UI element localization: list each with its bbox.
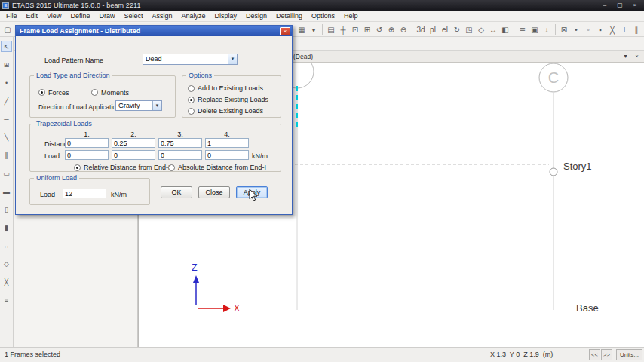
add-existing-radio[interactable] [188, 85, 195, 92]
column-header-2: 2. [112, 130, 155, 138]
trap-load-input-1[interactable] [65, 150, 109, 160]
uniform-load-input[interactable] [63, 189, 106, 198]
draw-dimension-icon[interactable]: ◇ [1, 258, 12, 269]
draw-wall-icon[interactable]: ▯ [1, 204, 12, 215]
draw-floor-icon[interactable]: ▭ [1, 167, 12, 179]
snap-parallel-icon[interactable]: ∥ [630, 23, 642, 35]
load-pattern-dropdown[interactable]: Dead ▼ [143, 54, 238, 65]
delete-existing-radio[interactable] [188, 108, 195, 115]
previous-zoom-icon[interactable]: ↺ [373, 23, 385, 35]
snap-ends-icon[interactable]: ▪ [594, 23, 606, 35]
nav-forward-button[interactable]: >> [601, 349, 612, 360]
quick-draw-wall-icon[interactable]: ▮ [1, 222, 12, 233]
reshape-object-icon[interactable]: ⊞ [1, 59, 12, 70]
view-tab-title: (Dead) [293, 53, 313, 60]
minimize-button[interactable]: – [597, 0, 612, 11]
distance-input-4[interactable] [205, 138, 249, 148]
replace-existing-radio[interactable] [188, 97, 195, 103]
dialog-close-icon[interactable]: × [280, 27, 290, 35]
distance-input-1[interactable] [65, 138, 109, 148]
view-limits-icon[interactable]: ◧ [499, 23, 511, 35]
menu-assign[interactable]: Assign [147, 11, 176, 22]
quick-draw-beam-icon[interactable]: ─ [1, 113, 12, 124]
print-graphics-icon[interactable]: ▤ [325, 23, 337, 35]
view-menu-icon[interactable]: ▾ [621, 52, 630, 62]
menu-file[interactable]: File [2, 11, 22, 22]
new-model-icon[interactable]: ▢ [2, 23, 14, 35]
menu-view[interactable]: View [42, 11, 66, 22]
distance-input-3[interactable] [158, 138, 202, 148]
zoom-in-icon[interactable]: ⊕ [385, 23, 397, 35]
absolute-distance-radio[interactable] [168, 164, 175, 171]
snap-grid-icon[interactable]: ⊠ [558, 23, 570, 35]
moments-radio[interactable] [91, 89, 98, 96]
close-dialog-button[interactable]: Close [198, 186, 230, 198]
draw-joint-icon[interactable]: • [1, 77, 12, 88]
snap-joints-icon[interactable]: • [570, 23, 582, 35]
quick-draw-brace-icon[interactable]: ╲ [1, 131, 12, 143]
3d-view-icon[interactable]: 3d [415, 23, 427, 35]
pan-icon[interactable]: ┼ [337, 23, 349, 35]
menu-design[interactable]: Design [241, 11, 271, 22]
relative-distance-radio[interactable] [74, 164, 81, 171]
draw-frame-icon[interactable]: ╱ [1, 95, 12, 106]
forces-radio[interactable] [38, 89, 45, 96]
rotate-3d-view-icon[interactable]: ↻ [451, 23, 463, 35]
quick-draw-floor-icon[interactable]: ▬ [1, 186, 12, 197]
menu-draw[interactable]: Draw [94, 11, 119, 22]
menu-display[interactable]: Display [210, 11, 241, 22]
maximize-button[interactable]: ▢ [612, 0, 627, 11]
menu-define[interactable]: Define [66, 11, 94, 22]
snap-options-icon[interactable]: ≡ [1, 294, 12, 305]
base-label: Base [576, 302, 599, 314]
menu-help[interactable]: Help [339, 11, 363, 22]
menu-edit[interactable]: Edit [22, 11, 43, 22]
move-view-icon[interactable]: ↔ [487, 23, 499, 35]
close-button[interactable]: × [627, 0, 642, 11]
ok-button[interactable]: OK [161, 186, 192, 198]
perspective-toggle-icon[interactable]: ◇ [475, 23, 487, 35]
trap-load-input-2[interactable] [112, 150, 155, 160]
view-close-icon[interactable]: × [632, 52, 642, 62]
uniform-load-label: Load [40, 191, 55, 198]
quick-draw-secondary-beams-icon[interactable]: ∥ [1, 149, 12, 161]
trap-load-input-3[interactable] [158, 150, 202, 160]
menu-analyze[interactable]: Analyze [176, 11, 210, 22]
distance-input-2[interactable] [112, 138, 155, 148]
display-options-dropdown-icon[interactable]: ▾ [308, 23, 320, 35]
elevation-view-icon[interactable]: el [439, 23, 451, 35]
plan-view-icon[interactable]: pl [427, 23, 439, 35]
apply-button[interactable]: Apply [236, 186, 268, 198]
restore-full-view-icon[interactable]: ⊞ [361, 23, 373, 35]
grid-bubble-c-label: C [548, 69, 559, 86]
load-type-group-label: Load Type and Direction [34, 72, 112, 79]
trap-load-input-4[interactable] [205, 150, 249, 160]
window-title: ETABS 2015 Ultimate 15.0.0 - beam 2211 [12, 2, 141, 9]
select-pointer-icon[interactable]: ↖ [1, 41, 12, 52]
zoom-out-icon[interactable]: ⊖ [397, 23, 409, 35]
draw-link-icon[interactable]: ↔ [1, 240, 12, 251]
rubber-band-zoom-icon[interactable]: ⊡ [349, 23, 361, 35]
show-selection-icon[interactable]: ≣ [517, 23, 529, 35]
nav-back-button[interactable]: << [589, 349, 600, 360]
toolbar-separator [412, 24, 412, 35]
direction-value: Gravity [118, 102, 140, 110]
menu-options[interactable]: Options [307, 11, 339, 22]
axis-z-arrowhead [193, 275, 199, 283]
units-dropdown[interactable]: Units... [616, 349, 642, 360]
menu-select[interactable]: Select [119, 11, 147, 22]
menu-detailing[interactable]: Detailing [271, 11, 307, 22]
assign-display-icon[interactable]: ▣ [529, 23, 541, 35]
replace-existing-label: Replace Existing Loads [198, 96, 268, 103]
axis-x-arrowhead [223, 305, 231, 312]
object-shrink-toggle-icon[interactable]: ◳ [463, 23, 475, 35]
column-header-4: 4. [205, 130, 249, 138]
direction-dropdown[interactable]: Gravity ▼ [115, 100, 162, 111]
draw-grid-icon[interactable]: ╳ [1, 276, 12, 287]
snap-perpendicular-icon[interactable]: ⊥ [618, 23, 630, 35]
show-loads-icon[interactable]: ↓ [541, 23, 553, 35]
snap-intersections-icon[interactable]: ╳ [606, 23, 618, 35]
dialog-title[interactable]: Frame Load Assignment - Distributed [16, 26, 292, 36]
display-options-icon[interactable]: ▦ [296, 23, 308, 35]
snap-midpoints-icon[interactable]: ◦ [582, 23, 594, 35]
